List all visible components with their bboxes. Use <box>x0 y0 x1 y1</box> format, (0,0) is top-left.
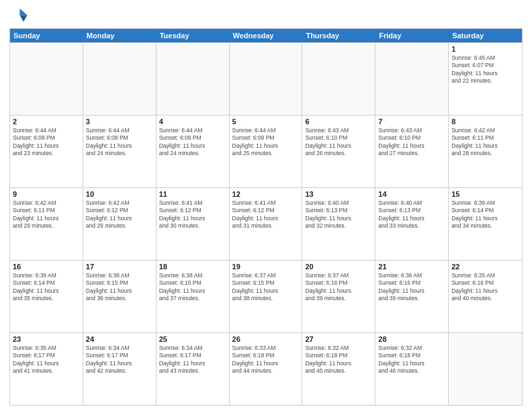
day-header-tuesday: Tuesday <box>157 29 230 42</box>
logo-icon <box>9 7 28 26</box>
page: SundayMondayTuesdayWednesdayThursdayFrid… <box>0 0 532 411</box>
day-info: Sunrise: 6:34 AM Sunset: 6:17 PM Dayligh… <box>159 345 226 375</box>
day-info: Sunrise: 6:44 AM Sunset: 6:09 PM Dayligh… <box>232 127 300 158</box>
day-info: Sunrise: 6:41 AM Sunset: 6:12 PM Dayligh… <box>232 199 300 230</box>
day-number: 4 <box>159 118 226 126</box>
day-number: 6 <box>305 118 372 126</box>
day-info: Sunrise: 6:40 AM Sunset: 6:13 PM Dayligh… <box>378 199 445 230</box>
day-info: Sunrise: 6:44 AM Sunset: 6:09 PM Dayligh… <box>159 127 226 158</box>
day-info: Sunrise: 6:38 AM Sunset: 6:15 PM Dayligh… <box>86 272 153 303</box>
day-cell: 6Sunrise: 6:43 AM Sunset: 6:10 PM Daylig… <box>302 116 375 187</box>
day-info: Sunrise: 6:38 AM Sunset: 6:15 PM Dayligh… <box>159 272 226 303</box>
day-number: 11 <box>159 190 226 198</box>
day-cell: 8Sunrise: 6:42 AM Sunset: 6:11 PM Daylig… <box>449 116 522 187</box>
day-cell: 28Sunrise: 6:32 AM Sunset: 6:18 PM Dayli… <box>375 333 449 405</box>
logo <box>9 7 31 26</box>
day-info: Sunrise: 6:35 AM Sunset: 6:16 PM Dayligh… <box>451 272 519 303</box>
header <box>9 7 523 26</box>
day-number: 18 <box>159 263 226 271</box>
day-cell: 22Sunrise: 6:35 AM Sunset: 6:16 PM Dayli… <box>449 261 522 332</box>
day-info: Sunrise: 6:44 AM Sunset: 6:08 PM Dayligh… <box>86 127 153 158</box>
day-cell: 9Sunrise: 6:42 AM Sunset: 6:11 PM Daylig… <box>10 188 83 260</box>
day-cell <box>157 43 230 115</box>
day-info: Sunrise: 6:41 AM Sunset: 6:12 PM Dayligh… <box>159 199 226 230</box>
day-header-friday: Friday <box>375 29 449 42</box>
day-cell: 26Sunrise: 6:33 AM Sunset: 6:18 PM Dayli… <box>230 333 303 405</box>
day-info: Sunrise: 6:34 AM Sunset: 6:17 PM Dayligh… <box>86 345 153 375</box>
day-info: Sunrise: 6:37 AM Sunset: 6:15 PM Dayligh… <box>232 272 300 303</box>
day-cell: 18Sunrise: 6:38 AM Sunset: 6:15 PM Dayli… <box>157 261 230 332</box>
day-cell: 4Sunrise: 6:44 AM Sunset: 6:09 PM Daylig… <box>157 116 230 187</box>
day-number: 26 <box>232 335 300 343</box>
day-info: Sunrise: 6:42 AM Sunset: 6:11 PM Dayligh… <box>13 199 80 230</box>
weeks: 1Sunrise: 6:45 AM Sunset: 6:07 PM Daylig… <box>10 42 522 405</box>
day-number: 3 <box>86 118 153 126</box>
calendar: SundayMondayTuesdayWednesdayThursdayFrid… <box>9 28 523 406</box>
day-headers: SundayMondayTuesdayWednesdayThursdayFrid… <box>10 29 522 42</box>
day-cell: 10Sunrise: 6:42 AM Sunset: 6:12 PM Dayli… <box>83 188 157 260</box>
day-number: 16 <box>13 263 80 271</box>
week-row-2: 9Sunrise: 6:42 AM Sunset: 6:11 PM Daylig… <box>10 187 522 260</box>
day-cell: 17Sunrise: 6:38 AM Sunset: 6:15 PM Dayli… <box>83 261 157 332</box>
day-number: 22 <box>451 263 519 271</box>
week-row-1: 2Sunrise: 6:44 AM Sunset: 6:08 PM Daylig… <box>10 115 522 187</box>
day-number: 1 <box>451 45 519 53</box>
day-number: 21 <box>378 263 445 271</box>
day-cell: 25Sunrise: 6:34 AM Sunset: 6:17 PM Dayli… <box>157 333 230 405</box>
day-number: 23 <box>13 335 80 343</box>
day-info: Sunrise: 6:39 AM Sunset: 6:14 PM Dayligh… <box>451 199 519 230</box>
day-header-wednesday: Wednesday <box>230 29 303 42</box>
day-cell <box>449 333 522 405</box>
svg-marker-1 <box>19 15 27 22</box>
day-number: 17 <box>86 263 153 271</box>
day-cell: 24Sunrise: 6:34 AM Sunset: 6:17 PM Dayli… <box>83 333 157 405</box>
day-header-monday: Monday <box>83 29 157 42</box>
day-cell: 1Sunrise: 6:45 AM Sunset: 6:07 PM Daylig… <box>449 43 522 115</box>
day-number: 24 <box>86 335 153 343</box>
day-cell: 13Sunrise: 6:40 AM Sunset: 6:13 PM Dayli… <box>302 188 375 260</box>
day-info: Sunrise: 6:42 AM Sunset: 6:11 PM Dayligh… <box>451 127 519 158</box>
week-row-0: 1Sunrise: 6:45 AM Sunset: 6:07 PM Daylig… <box>10 42 522 115</box>
day-cell: 19Sunrise: 6:37 AM Sunset: 6:15 PM Dayli… <box>230 261 303 332</box>
day-number: 20 <box>305 263 372 271</box>
day-cell <box>375 43 449 115</box>
day-header-saturday: Saturday <box>449 29 522 42</box>
day-info: Sunrise: 6:33 AM Sunset: 6:18 PM Dayligh… <box>232 345 300 375</box>
day-cell <box>230 43 303 115</box>
day-cell: 21Sunrise: 6:36 AM Sunset: 6:16 PM Dayli… <box>375 261 449 332</box>
day-cell: 27Sunrise: 6:32 AM Sunset: 6:18 PM Dayli… <box>302 333 375 405</box>
day-info: Sunrise: 6:42 AM Sunset: 6:12 PM Dayligh… <box>86 199 153 230</box>
day-info: Sunrise: 6:39 AM Sunset: 6:14 PM Dayligh… <box>13 272 80 303</box>
day-cell: 20Sunrise: 6:37 AM Sunset: 6:16 PM Dayli… <box>302 261 375 332</box>
day-cell: 23Sunrise: 6:35 AM Sunset: 6:17 PM Dayli… <box>10 333 83 405</box>
day-info: Sunrise: 6:36 AM Sunset: 6:16 PM Dayligh… <box>378 272 445 303</box>
day-cell: 12Sunrise: 6:41 AM Sunset: 6:12 PM Dayli… <box>230 188 303 260</box>
day-number: 7 <box>378 118 445 126</box>
day-number: 12 <box>232 190 300 198</box>
day-number: 27 <box>305 335 372 343</box>
day-cell: 11Sunrise: 6:41 AM Sunset: 6:12 PM Dayli… <box>157 188 230 260</box>
day-cell <box>302 43 375 115</box>
day-header-sunday: Sunday <box>10 29 83 42</box>
day-number: 8 <box>451 118 519 126</box>
day-cell: 16Sunrise: 6:39 AM Sunset: 6:14 PM Dayli… <box>10 261 83 332</box>
day-cell: 7Sunrise: 6:43 AM Sunset: 6:10 PM Daylig… <box>375 116 449 187</box>
day-cell: 2Sunrise: 6:44 AM Sunset: 6:08 PM Daylig… <box>10 116 83 187</box>
day-info: Sunrise: 6:32 AM Sunset: 6:18 PM Dayligh… <box>378 345 445 375</box>
day-number: 13 <box>305 190 372 198</box>
day-info: Sunrise: 6:43 AM Sunset: 6:10 PM Dayligh… <box>305 127 372 158</box>
day-cell: 14Sunrise: 6:40 AM Sunset: 6:13 PM Dayli… <box>375 188 449 260</box>
week-row-3: 16Sunrise: 6:39 AM Sunset: 6:14 PM Dayli… <box>10 260 522 332</box>
day-number: 2 <box>13 118 80 126</box>
day-number: 14 <box>378 190 445 198</box>
week-row-4: 23Sunrise: 6:35 AM Sunset: 6:17 PM Dayli… <box>10 332 522 405</box>
day-cell <box>83 43 157 115</box>
day-number: 5 <box>232 118 300 126</box>
day-number: 25 <box>159 335 226 343</box>
day-info: Sunrise: 6:32 AM Sunset: 6:18 PM Dayligh… <box>305 345 372 375</box>
day-header-thursday: Thursday <box>302 29 375 42</box>
day-info: Sunrise: 6:35 AM Sunset: 6:17 PM Dayligh… <box>13 345 80 375</box>
day-number: 9 <box>13 190 80 198</box>
day-cell: 5Sunrise: 6:44 AM Sunset: 6:09 PM Daylig… <box>230 116 303 187</box>
day-number: 19 <box>232 263 300 271</box>
